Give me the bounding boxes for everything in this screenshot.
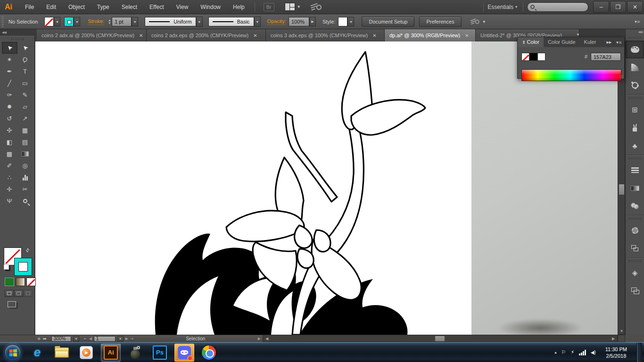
gradient-mode-button[interactable] <box>16 278 25 286</box>
direct-selection-tool[interactable]: ➤ <box>17 42 33 54</box>
tools-panel-gripper[interactable] <box>11 38 24 40</box>
color-mode-button[interactable] <box>5 278 14 286</box>
gear-icon[interactable]: ✱ <box>37 337 41 341</box>
black-swatch[interactable] <box>529 53 537 61</box>
tab-color[interactable]: ⇕ Color <box>518 37 544 47</box>
stroke-dropdown[interactable]: ▼ <box>74 17 80 26</box>
magic-wand-tool[interactable]: ✶ <box>2 54 17 66</box>
first-artboard-icon[interactable]: ⇤ <box>84 337 87 341</box>
blend-tool[interactable]: ◎ <box>17 160 33 172</box>
tab-overflow-chevron-icon[interactable]: ▼ <box>576 33 580 37</box>
tab-coins2-ai[interactable]: coins 2 adx.ai @ 200% (CMYK/Preview)✕ <box>37 29 147 41</box>
menu-help[interactable]: Help <box>227 0 251 14</box>
prev-artboard-icon[interactable]: ◀ <box>89 337 92 341</box>
none-mode-button[interactable] <box>26 278 36 286</box>
dock-kuler-button[interactable] <box>626 76 644 94</box>
app-logo-icon[interactable]: Ai <box>5 3 12 11</box>
perspective-grid-tool[interactable]: ▤ <box>17 136 33 148</box>
menu-window[interactable]: Window <box>194 0 227 14</box>
paintbrush-tool[interactable]: ✑ <box>2 89 17 101</box>
taskbar-internet-explorer[interactable]: e <box>27 344 47 362</box>
panel-expand-icon[interactable]: ▶▶ <box>606 41 613 44</box>
toolbar-collapse-icon[interactable]: ◀◀ <box>2 31 6 34</box>
free-transform-tool[interactable]: ▦ <box>17 124 33 136</box>
arrange-documents-dropdown[interactable]: ▼ <box>297 5 301 9</box>
style-swatch[interactable] <box>338 17 347 26</box>
taskbar-photoshop[interactable]: Ps <box>150 344 170 362</box>
placed-photo[interactable] <box>471 41 618 335</box>
bridge-button[interactable]: Br <box>264 3 274 11</box>
tab-close-icon[interactable]: ✕ <box>465 33 469 38</box>
column-graph-tool[interactable] <box>17 172 33 183</box>
share-dropdown[interactable]: ▼ <box>482 20 486 24</box>
fill-dropdown[interactable]: ▼ <box>54 17 60 26</box>
opacity-value[interactable]: 100% <box>289 17 309 26</box>
horizontal-scrollbar[interactable]: ◀ ▶ <box>263 335 618 342</box>
dock-appearance-button[interactable] <box>626 222 644 239</box>
menu-view[interactable]: View <box>170 0 195 14</box>
close-button[interactable]: ✕ <box>627 1 643 13</box>
taskbar-illustrator[interactable]: Ai <box>101 344 121 362</box>
show-desktop-button[interactable] <box>636 343 642 362</box>
stroke-proxy-swatch[interactable] <box>14 258 32 276</box>
dock-artboards-button[interactable] <box>626 282 644 300</box>
control-bar-gripper[interactable] <box>1 16 4 27</box>
start-button[interactable] <box>3 344 23 362</box>
artboard-tool[interactable]: ✢ <box>2 183 17 195</box>
dock-gripper[interactable] <box>629 97 641 99</box>
control-panel-menu-icon[interactable]: ▾≡ <box>635 19 640 24</box>
vertical-scrollbar-thumb[interactable] <box>619 184 624 195</box>
hex-value-field[interactable]: 157A23 <box>591 53 621 61</box>
taskbar-chrome[interactable] <box>199 344 219 362</box>
hidden-icons-button[interactable]: ▴ <box>555 350 557 354</box>
opacity-label[interactable]: Opacity: <box>267 18 286 25</box>
taskbar-file-explorer[interactable] <box>52 344 72 362</box>
shape-builder-tool[interactable]: ◧ <box>2 136 17 148</box>
lasso-tool[interactable]: Ϙ <box>17 54 33 66</box>
vertical-scrollbar[interactable]: ▼ <box>618 41 625 335</box>
horizontal-scrollbar-thumb[interactable] <box>435 336 445 341</box>
dock-stroke-button[interactable] <box>626 161 644 179</box>
action-center-flag-icon[interactable]: ⚐ <box>561 349 566 355</box>
tab-coins3-eps[interactable]: coins 3 adx.eps @ 100% (CMYK/Preview)✕ <box>266 29 385 41</box>
dock-color-guide-button[interactable] <box>626 58 644 76</box>
default-fill-stroke-icon[interactable] <box>4 264 9 270</box>
style-dropdown[interactable]: ▼ <box>347 17 354 26</box>
dock-gripper[interactable] <box>629 37 641 39</box>
dock-brushes-button[interactable] <box>626 119 644 137</box>
restore-button[interactable]: ❐ <box>610 1 626 13</box>
pen-tool[interactable]: ✒ <box>2 66 17 77</box>
arrange-documents-icon[interactable] <box>285 3 295 11</box>
preferences-button[interactable]: Preferences <box>419 16 461 27</box>
tab-kuler[interactable]: Kuler <box>580 37 601 47</box>
search-input[interactable] <box>527 2 588 12</box>
dock-gripper[interactable] <box>629 218 641 220</box>
stroke-color-swatch[interactable] <box>64 17 74 26</box>
tab-dp-ai-active[interactable]: dp.ai* @ 300% (RGB/Preview)✕ <box>385 29 476 41</box>
next-artboard-icon[interactable]: ▶ <box>125 337 128 341</box>
taskbar-clock[interactable]: 11:30 PM 2/5/2018 <box>601 346 632 359</box>
stroke-weight-label[interactable]: Stroke: <box>88 18 104 25</box>
menu-type[interactable]: Type <box>91 0 116 14</box>
slice-tool[interactable]: ✂ <box>17 183 33 195</box>
width-tool[interactable]: ✣ <box>2 124 17 136</box>
menu-file[interactable]: File <box>19 0 40 14</box>
share-icon[interactable] <box>470 18 479 25</box>
blob-brush-tool[interactable]: ✹ <box>2 101 17 113</box>
brush-definition-combo[interactable]: Basic <box>208 17 254 26</box>
tab-close-icon[interactable]: ✕ <box>139 33 143 38</box>
symbol-sprayer-tool[interactable]: ∴ <box>2 172 17 183</box>
stroke-weight-stepper[interactable]: ▲▼ <box>108 19 111 25</box>
none-swatch[interactable] <box>521 53 529 61</box>
rectangle-tool[interactable]: ▭ <box>17 77 33 89</box>
volume-icon[interactable]: ◀) <box>591 350 596 355</box>
scroll-down-icon[interactable]: ▼ <box>618 328 625 334</box>
taskbar-grenade-game[interactable] <box>125 344 145 362</box>
scale-tool[interactable]: ↗ <box>17 113 33 124</box>
dock-swatches-button[interactable]: ⊞ <box>626 101 644 119</box>
stroke-weight-dropdown[interactable]: ▼ <box>132 17 138 26</box>
opacity-panel-arrow[interactable]: ▶ <box>309 17 316 26</box>
dock-gradient-button[interactable] <box>626 179 644 197</box>
minimize-button[interactable]: – <box>593 1 609 13</box>
panel-menu-icon[interactable]: ▾≡ <box>613 40 624 45</box>
